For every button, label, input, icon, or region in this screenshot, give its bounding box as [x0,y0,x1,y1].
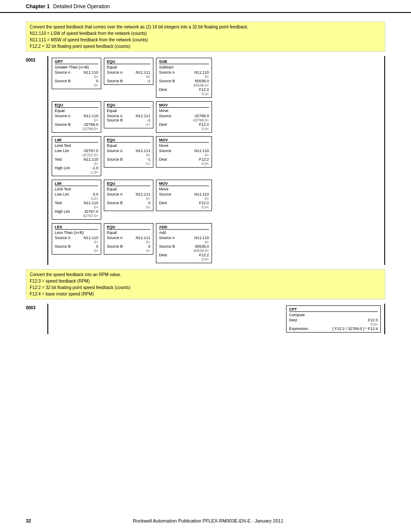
rung-0002-number: 0002 [26,56,47,265]
desc3-line2: F12:3 = speed feedback (RPM) [30,278,381,284]
equ2b-header: EQU [107,103,150,108]
block-sub-subtitle: Subtract [159,65,209,69]
block-equ-1-header: EQU [107,59,150,64]
rung-row-5: LES Less Than (A<B) Source AN11:110 0< S… [52,223,381,263]
lim3-test-row: TestN11:110 [55,157,98,162]
sub-dest-sub: 0.0< [159,92,209,96]
desc3-line4: F12:4 = base motor speed (RPM) [30,291,381,297]
chapter-label: Chapter 1 [26,3,50,9]
grt-source-a-row: Source A N11:110 [55,70,98,75]
block-equ-2b: EQU Equal Source AN11:111 Source B-1 -1< [104,101,153,128]
equ2a-subtitle: Equal [55,109,98,113]
block-grt: GRT Greater Than (A>B) Source A N11:110 … [52,58,101,89]
desc-line3: N11:111 = MSW of speed feedback from the… [30,37,381,43]
equ4-header: EQU [107,181,150,186]
mov4-header: MOV [159,181,209,186]
block-grt-title: GRT [55,59,64,64]
mov3-source-row: SourceN11:110 [159,149,209,153]
block-lim-3: LIM Limit Test Low Lim-32767.0 -32767.0<… [52,136,101,176]
cpt-expr-row: Expression( F12:2 / 32769.0 ) * F12:4 [289,327,378,331]
block-equ-3: EQU Equal Source AN11:111 0< Source B-1 … [104,136,153,168]
sub-dest-value: F12:2 [199,87,209,92]
lim3-lowlim-row: Low Lim-32767.0 [55,149,98,153]
mov3-dest-row: DestF12:2 [159,157,209,162]
sub-source-a-label: Source A [159,70,175,75]
cpt-dest-row: DestF12:3 [289,318,378,322]
equ4-subtitle: Equal [107,187,150,191]
rung-row-1: GRT Greater Than (A>B) Source A N11:110 … [52,58,381,98]
rung-0002-section: Convert the speed feedback that comes ov… [26,22,385,265]
page-footer: 32 Rockwell Automation Publication PFLEX… [0,518,411,523]
grt-source-b-label: Source B [55,79,71,83]
mov2-source-row: Source-32768.0 [159,114,209,118]
block-grt-subtitle: Greater Than (A>B) [55,65,98,69]
page-content: Convert the speed feedback that comes ov… [0,13,411,347]
rung-row-4: LIM Limit Test Low Lim0.0 0.0< TestN11:1… [52,180,381,220]
lim4-lowlim-row: Low Lim0.0 [55,192,98,196]
lim4-test-row: TestN11:110 [55,201,98,205]
lim3-highlim-row: High Lim-1.0 [55,166,98,170]
rung-0003-section: Convert the speed feedback into an RPM v… [26,269,385,334]
rung-0002-content: GRT Greater Than (A>B) Source A N11:110 … [47,56,385,265]
sub-source-b-row: Source B 65536.0 [159,79,209,83]
rung-0003-content: CPT Compute DestF12:3 0.0< Expression( F… [47,304,385,334]
add-header: ADD [159,225,209,230]
block-mov-3: MOV Move SourceN11:110 0< DestF12:2 0.0< [156,136,212,168]
mov2-dest-row: DestF12:2 [159,122,209,127]
block-equ-5: EQU Equal Source AN11:111 0< Source B0 0… [104,223,153,255]
cpt-header: CPT [289,307,378,312]
equ1-source-b-label: Source B [107,79,123,83]
block-equ-4: EQU Equal Source AN11:111 0< Source B0 0… [104,180,153,211]
block-les: LES Less Than (A<B) Source AN11:110 0< S… [52,223,101,255]
sub-source-a-row: Source A N11:110 [159,70,209,75]
block-mov-2: MOV Move Source-32768.0 -32768.0< DestF1… [156,101,212,133]
sub-source-a-sub: 0< [159,75,209,79]
mov4-subtitle: Move [159,187,209,191]
grt-source-a-sub: 0< [55,75,98,79]
equ2a-sb-row: Source B-32768.0 [55,122,98,127]
desc3-line1: Convert the speed feedback into an RPM v… [30,271,381,278]
equ2b-sa-row: Source AN11:111 [107,114,150,118]
cpt-subtitle: Compute [289,313,378,317]
grt-source-a-label: Source A [55,70,71,75]
desc-line2: N11:110 = LSW of speed feedback from the… [30,30,381,37]
add-sa-row: Source AN11:110 [159,236,209,240]
footer-page-number: 32 [26,518,31,523]
equ1-source-a-sub: 0< [107,75,150,79]
block-lim-4: LIM Limit Test Low Lim0.0 0.0< TestN11:1… [52,180,101,220]
lim3-subtitle: Limit Test [55,143,98,148]
grt-source-b-value: 0 [96,79,98,83]
mov3-header: MOV [159,138,209,143]
rung-0002: 0002 GRT Greater Than (A>B) Source A N11… [26,56,385,265]
les-sb-row: Source B0 [55,244,98,249]
rung-row-2: EQU Equal Source AN11:110 0< Source B-32… [52,101,381,133]
block-equ-1-subtitle: Equal [107,65,150,69]
equ1-source-a-row: Source A N11:111 [107,70,150,75]
block-cpt: CPT Compute DestF12:3 0.0< Expression( F… [286,305,381,333]
chapter-title: Detailed Drive Operation [53,3,109,9]
grt-source-b-row: Source B 0 [55,79,98,83]
sub-source-a-value: N11:110 [194,70,209,75]
rung-0003: 0003 CPT Compute DestF12:3 0.0< Expressi… [26,304,385,334]
rung-row-3: LIM Limit Test Low Lim-32767.0 -32767.0<… [52,136,381,176]
equ4-sa-row: Source AN11:111 [107,192,150,196]
sub-source-b-sub: 65536.0< [159,83,209,87]
sub-dest-label: Dest [159,87,167,92]
add-dest-row: DestF12:2 [159,253,209,257]
block-equ-2a: EQU Equal Source AN11:110 0< Source B-32… [52,101,101,133]
rung-0003-description: Convert the speed feedback into an RPM v… [26,269,385,299]
mov3-subtitle: Move [159,143,209,148]
equ1-source-a-label: Source A [107,70,123,75]
block-mov-4: MOV Move SourceN11:110 0< DestF12:2 0.0< [156,180,212,211]
desc3-line3: F12:2 = 32 bit floating point speed feed… [30,284,381,291]
sub-source-b-label: Source B [159,79,175,83]
equ5-sb-row: Source B0 [107,244,150,249]
desc-line1: Convert the speed feedback that comes ov… [30,24,381,30]
equ2a-header: EQU [55,103,98,108]
sub-dest-row: Dest F12:2 [159,87,209,92]
mov4-dest-row: DestF12:2 [159,201,209,205]
rung-0003-row: CPT Compute DestF12:3 0.0< Expression( F… [52,305,381,333]
mov2-subtitle: Move [159,109,209,113]
block-sub: SUB Subtract Source A N11:110 0< Source … [156,58,212,98]
equ3-header: EQU [107,138,150,143]
